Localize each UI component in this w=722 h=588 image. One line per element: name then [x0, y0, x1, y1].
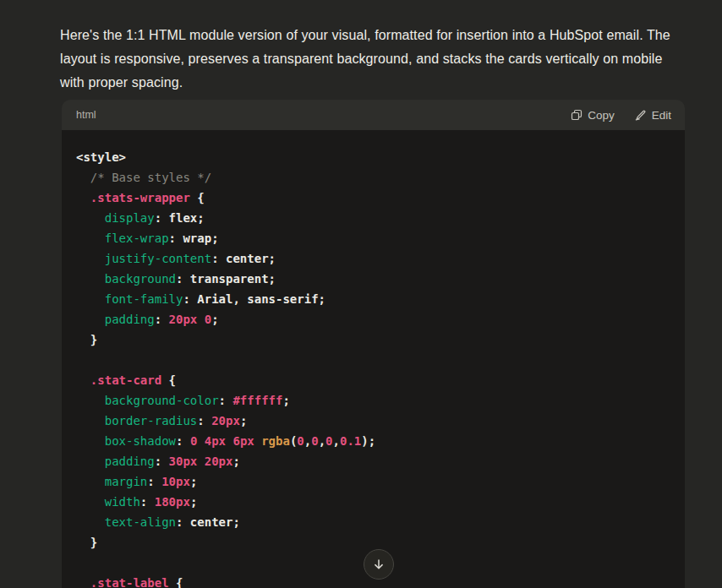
- code-line: font-family: Arial, sans-serif;: [76, 289, 670, 309]
- code-line: width: 180px;: [76, 492, 670, 512]
- code-line: background-color: #ffffff;: [76, 390, 670, 411]
- code-actions: Copy Edit: [571, 109, 671, 122]
- assistant-message-text: Here's the 1:1 HTML module version of yo…: [60, 24, 679, 95]
- scroll-to-bottom-button[interactable]: [364, 549, 394, 580]
- copy-button[interactable]: Copy: [571, 109, 615, 122]
- code-content: <style> /* Base styles */ .stats-wrapper…: [62, 130, 685, 588]
- code-line: margin: 10px;: [76, 471, 670, 492]
- edit-button-label: Edit: [652, 109, 671, 122]
- code-language-label: html: [76, 109, 96, 121]
- code-line: box-shadow: 0 4px 6px rgba(0,0,0,0.1);: [76, 431, 670, 451]
- code-line: .stats-wrapper {: [76, 188, 670, 208]
- edit-button[interactable]: Edit: [635, 109, 671, 122]
- code-line: display: flex;: [76, 208, 670, 228]
- code-line: flex-wrap: wrap;: [76, 228, 670, 248]
- chat-page: Here's the 1:1 HTML module version of yo…: [0, 0, 722, 588]
- code-line: padding: 20px 0;: [76, 309, 670, 329]
- code-line: /* Base styles */: [76, 167, 670, 188]
- arrow-down-icon: [372, 558, 386, 571]
- edit-icon: [635, 109, 647, 121]
- copy-button-label: Copy: [588, 109, 615, 122]
- code-line: }: [76, 329, 670, 350]
- code-line: [76, 350, 670, 370]
- code-line: background: transparent;: [76, 269, 670, 289]
- code-line: padding: 30px 20px;: [76, 451, 670, 471]
- copy-icon: [571, 109, 583, 121]
- code-block-header: html Copy: [62, 100, 685, 130]
- code-line: justify-content: center;: [76, 248, 670, 269]
- code-line: .stat-card {: [76, 370, 670, 390]
- code-line: text-align: center;: [76, 512, 670, 532]
- code-line: border-radius: 20px;: [76, 411, 670, 431]
- code-block: html Copy: [62, 100, 685, 588]
- code-line: <style>: [76, 147, 670, 167]
